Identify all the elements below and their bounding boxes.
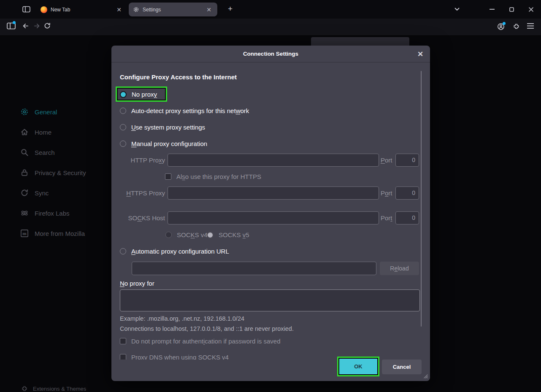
radio-label: Use system proxy settings — [131, 124, 205, 131]
http-proxy-label: HTTP Proxy — [111, 157, 165, 164]
sidebar-item-search[interactable]: Search — [20, 148, 55, 157]
ok-label: OK — [354, 363, 362, 370]
radio-option-auto-url[interactable]: Automatic proxy configuration URL — [120, 248, 229, 255]
also-https-checkbox-row[interactable]: Also use this proxy for HTTPS — [165, 173, 261, 180]
back-button[interactable] — [22, 23, 29, 29]
http-proxy-input[interactable] — [168, 154, 379, 167]
radio-icon[interactable] — [120, 124, 126, 130]
sidebar-item-general[interactable]: General — [20, 108, 57, 116]
tab-close-icon[interactable]: ✕ — [205, 6, 213, 14]
auth-prompt-checkbox-row[interactable]: Do not prompt for authentication if pass… — [120, 338, 281, 345]
checkbox-label: Also use this proxy for HTTPS — [176, 173, 261, 180]
reload-button[interactable]: Reload — [380, 262, 419, 275]
home-icon — [20, 128, 29, 136]
sidebar-item-privacy-security[interactable]: Privacy & Security — [20, 168, 86, 177]
radio-label: No proxy — [132, 91, 157, 98]
firefox-view-icon[interactable] — [22, 6, 30, 13]
tab-label: Settings — [143, 7, 161, 13]
radio-icon[interactable] — [120, 248, 126, 254]
forward-button[interactable] — [33, 23, 41, 29]
notification-dot — [13, 21, 16, 24]
checkbox-icon[interactable] — [120, 338, 126, 344]
socks-host-input[interactable] — [168, 211, 379, 224]
new-tab-button[interactable]: + — [228, 4, 233, 14]
cancel-button[interactable]: Cancel — [382, 360, 422, 374]
ok-button-highlight-box: OK — [337, 357, 379, 376]
checkbox-icon[interactable] — [120, 354, 126, 360]
dialog-title: Connection Settings — [243, 51, 298, 57]
tab-label: New Tab — [51, 7, 70, 13]
radio-selected-icon[interactable] — [207, 232, 214, 238]
tab-new-tab[interactable]: New Tab ✕ — [36, 3, 127, 16]
dialog-close-icon[interactable]: ✕ — [416, 49, 425, 59]
radio-label: Automatic proxy configuration URL — [131, 248, 229, 255]
window-close-button[interactable] — [525, 4, 537, 15]
extensions-icon — [21, 385, 28, 392]
sidebar-toggle-icon[interactable] — [7, 22, 16, 30]
socks-port-input[interactable]: 0 — [395, 211, 419, 224]
sidebar-item-label: Privacy & Security — [35, 169, 86, 176]
minimize-button[interactable] — [486, 4, 498, 15]
dialog-header: Connection Settings ✕ — [111, 46, 430, 62]
sidebar-item-extensions-themes[interactable]: Extensions & Themes — [21, 385, 86, 392]
tab-settings[interactable]: Settings ✕ — [129, 3, 217, 16]
ok-button[interactable]: OK — [339, 359, 377, 374]
cancel-label: Cancel — [393, 364, 411, 370]
https-proxy-label: HTTPS Proxy — [111, 189, 165, 197]
reload-label: Reload — [390, 265, 408, 272]
http-port-input[interactable]: 0 — [395, 154, 419, 167]
dialog-scrollbar[interactable] — [421, 71, 422, 327]
sidebar-item-label: Firefox Labs — [35, 210, 70, 217]
sidebar-item-label: More from Mozilla — [35, 230, 85, 237]
radio-option-auto-detect[interactable]: Auto-detect proxy settings for this netw… — [120, 107, 249, 114]
gear-icon — [20, 108, 29, 116]
no-proxy-for-textarea[interactable] — [120, 289, 420, 311]
extensions-icon[interactable] — [513, 23, 520, 30]
search-icon — [20, 148, 29, 157]
tab-list-chevron-icon[interactable] — [451, 4, 463, 15]
account-icon[interactable] — [497, 23, 505, 30]
radio-icon[interactable] — [165, 232, 172, 238]
maximize-button[interactable] — [505, 4, 518, 15]
no-proxy-for-label: No proxy for — [120, 280, 154, 287]
notification-dot — [503, 22, 506, 25]
radio-option-system-proxy[interactable]: Use system proxy settings — [120, 124, 205, 131]
sidebar-item-firefox-labs[interactable]: Firefox Labs — [20, 209, 70, 217]
titlebar: New Tab ✕ Settings ✕ + — [0, 0, 541, 19]
radio-socks-v5[interactable]: SOCKS v5 — [207, 231, 249, 238]
radio-option-manual-proxy[interactable]: Manual proxy configuration — [120, 140, 207, 147]
radio-label: SOCKS v5 — [219, 231, 249, 238]
socks-host-label: SOCKS Host — [111, 214, 165, 222]
radio-option-no-proxy[interactable]: No proxy — [120, 91, 157, 98]
https-port-input[interactable]: 0 — [395, 187, 419, 200]
tab-close-icon[interactable]: ✕ — [115, 6, 123, 14]
sidebar-item-label: Sync — [35, 189, 49, 197]
sidebar-item-home[interactable]: Home — [20, 128, 51, 136]
menu-hamburger-icon[interactable] — [527, 23, 534, 29]
http-port-label: Port — [381, 157, 392, 164]
resize-grip-icon[interactable] — [422, 373, 428, 378]
reload-button[interactable] — [44, 22, 51, 29]
auto-url-input[interactable] — [132, 262, 376, 275]
checkbox-label: Proxy DNS when using SOCKS v4 — [131, 354, 229, 360]
radio-icon[interactable] — [120, 108, 126, 114]
localhost-hint: Connections to localhost, 127.0.0.1/8, a… — [120, 325, 294, 332]
radio-icon[interactable] — [120, 141, 126, 147]
radio-label: SOCKS v4 — [177, 231, 208, 238]
radio-selected-icon[interactable] — [120, 91, 127, 98]
sidebar-item-label: Extensions & Themes — [33, 386, 86, 392]
sidebar-item-more-from-mozilla[interactable]: m More from Mozilla — [20, 229, 85, 238]
lock-icon — [20, 168, 29, 177]
proxy-heading: Configure Proxy Access to the Internet — [120, 73, 237, 81]
mozilla-icon: m — [20, 229, 29, 238]
radio-label: Manual proxy configuration — [131, 140, 207, 147]
labs-atom-icon — [20, 209, 29, 217]
radio-socks-v4[interactable]: SOCKS v4 — [165, 231, 208, 238]
https-proxy-input[interactable] — [168, 187, 379, 200]
sidebar-item-sync[interactable]: Sync — [20, 189, 49, 197]
proxy-dns-checkbox-row-clipped[interactable]: Proxy DNS when using SOCKS v4 — [120, 351, 297, 360]
sidebar-item-label: Home — [35, 129, 51, 136]
gear-icon — [133, 6, 139, 13]
checkbox-icon[interactable] — [165, 173, 171, 180]
checkbox-label: Do not prompt for authentication if pass… — [131, 338, 281, 345]
